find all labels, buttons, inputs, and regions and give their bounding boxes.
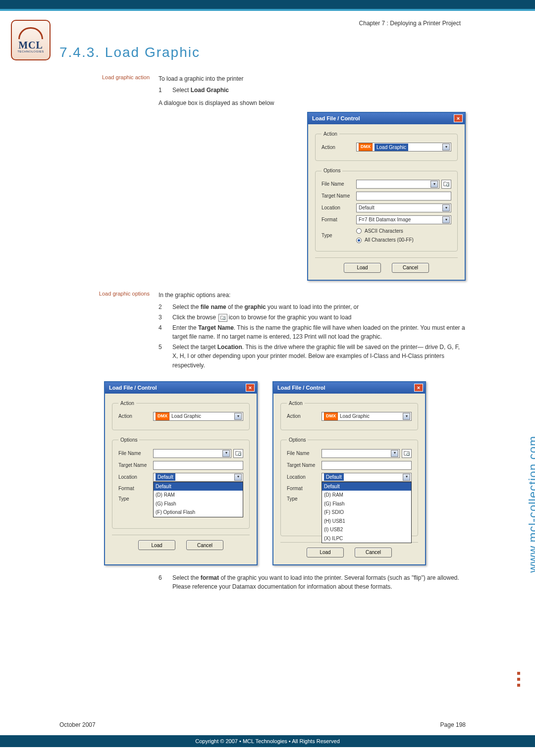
- footer-page: Page 198: [440, 721, 466, 728]
- label-action: Action: [321, 144, 356, 151]
- list-item[interactable]: Default: [154, 482, 243, 491]
- svg-line-1: [448, 186, 449, 187]
- close-icon[interactable]: ×: [454, 114, 463, 122]
- label-target-name: Target Name: [321, 192, 356, 200]
- label-type: Type: [321, 232, 356, 240]
- close-icon[interactable]: ×: [246, 384, 255, 392]
- list-item[interactable]: (F) Optional Flash: [154, 508, 243, 517]
- radio-ascii[interactable]: [356, 228, 362, 234]
- cancel-button[interactable]: Cancel: [392, 263, 429, 273]
- legend-options: Options: [321, 167, 342, 175]
- chevron-down-icon[interactable]: ▾: [442, 216, 450, 223]
- dialog-title: Load File / Control: [109, 384, 157, 392]
- radio-label-all: All Characters (00-FF): [365, 236, 414, 244]
- breadcrumb: Chapter 7 : Deploying a Printer Project: [59, 20, 466, 27]
- location-dropdown-list[interactable]: Default (D) RAM (G) Flash (F) Optional F…: [153, 482, 243, 517]
- format-select[interactable]: F=7 Bit Datamax Image▾: [356, 215, 451, 224]
- logo: MCL TECHNOLOGIES: [11, 20, 51, 60]
- step-4: 4 Enter the Target Name. This is the nam…: [159, 323, 466, 342]
- location-dropdown-list[interactable]: Default (D) RAM (G) Flash (F) SDIO (H) U…: [321, 482, 412, 544]
- browse-icon[interactable]: [233, 449, 243, 458]
- label-format: Format: [321, 216, 356, 224]
- target-name-field[interactable]: [153, 461, 243, 470]
- side-dots: [517, 672, 520, 687]
- step-6: 6 Select the format of the graphic you w…: [159, 573, 466, 592]
- cancel-button[interactable]: Cancel: [186, 540, 223, 550]
- close-icon[interactable]: ×: [414, 384, 423, 392]
- load-button[interactable]: Load: [138, 540, 175, 550]
- svg-line-7: [409, 455, 410, 456]
- action-select[interactable]: DMXLoad Graphic ▾: [356, 143, 451, 151]
- chevron-down-icon[interactable]: ▾: [234, 413, 242, 420]
- list-item[interactable]: (I) USB2: [322, 525, 411, 534]
- step-3: 3 Click the browse icon to browse for th…: [159, 313, 466, 322]
- chevron-down-icon[interactable]: ▾: [403, 474, 410, 481]
- list-item[interactable]: (F) SDIO: [322, 508, 411, 517]
- label-file-name: File Name: [321, 180, 356, 188]
- file-name-select[interactable]: ▾: [356, 180, 439, 189]
- load-button[interactable]: Load: [344, 263, 381, 273]
- step-1: 1 Select Load Graphic: [159, 86, 466, 95]
- radio-label-ascii: ASCII Characters: [365, 227, 403, 235]
- legend-action: Action: [321, 130, 339, 138]
- dialog-intro: A dialogue box is displayed as shown bel…: [159, 99, 466, 108]
- chevron-down-icon[interactable]: ▾: [234, 474, 242, 481]
- logo-text: MCL: [18, 40, 43, 50]
- chevron-down-icon[interactable]: ▾: [403, 413, 410, 420]
- logo-sub: TECHNOLOGIES: [17, 50, 44, 53]
- list-item[interactable]: (G) Flash: [154, 500, 243, 508]
- target-name-field[interactable]: [356, 192, 451, 201]
- list-item[interactable]: (X) ILPC: [322, 534, 411, 543]
- dmx-badge: DMX: [359, 143, 373, 151]
- list-item[interactable]: (G) Flash: [322, 500, 411, 508]
- side-url: www.mcl-collection.com: [526, 436, 535, 573]
- action-select[interactable]: DMXLoad Graphic ▾: [153, 412, 243, 421]
- step-num: 1: [159, 86, 172, 95]
- chevron-down-icon[interactable]: ▾: [391, 450, 398, 457]
- divider: [315, 257, 458, 258]
- svg-line-5: [240, 455, 241, 456]
- dialog-load-file-iclass: Load File / Control × Action Action DMXL…: [104, 381, 258, 565]
- section-label-action: Load graphic action: [59, 74, 159, 281]
- list-item[interactable]: (D) RAM: [322, 491, 411, 500]
- footer-date: October 2007: [59, 721, 96, 728]
- logo-arc: [18, 27, 43, 39]
- top-bar: [0, 0, 535, 9]
- label-location: Location: [321, 204, 356, 212]
- file-name-select[interactable]: ▾: [321, 449, 400, 458]
- svg-line-3: [225, 319, 226, 320]
- fieldset-options: Options File Name ▾ Target Name: [315, 167, 458, 252]
- options-intro: In the graphic options area:: [159, 291, 466, 300]
- chevron-down-icon[interactable]: ▾: [430, 181, 438, 188]
- step-5: 5 Select the target Location. This is th…: [159, 343, 466, 370]
- target-name-field[interactable]: [321, 461, 412, 470]
- radio-all-chars[interactable]: [356, 238, 362, 243]
- top-accent: [0, 9, 535, 11]
- page-title: 7.4.3. Load Graphic: [59, 45, 466, 60]
- browse-icon[interactable]: [402, 449, 412, 458]
- dialog-title: Load File / Control: [277, 384, 325, 392]
- browse-icon[interactable]: [441, 180, 451, 189]
- chevron-down-icon[interactable]: ▾: [222, 450, 230, 457]
- dialog-load-file-hclass: Load File / Control × Action Action DMXL…: [272, 381, 426, 565]
- fieldset-action: Action Action DMXLoad Graphic ▾: [315, 130, 458, 161]
- copyright: Copyright © 2007 • MCL Technologies • Al…: [0, 735, 535, 747]
- dialog-load-file-main: Load File / Control × Action Action DMXL…: [307, 112, 466, 281]
- cancel-button[interactable]: Cancel: [355, 548, 392, 557]
- browse-icon: [218, 314, 227, 322]
- list-item[interactable]: (H) USB1: [322, 517, 411, 526]
- chevron-down-icon[interactable]: ▾: [442, 144, 450, 151]
- file-name-select[interactable]: ▾: [153, 449, 231, 458]
- location-select[interactable]: Default ▾ Default (D) RAM (G) Flash (F) …: [153, 473, 243, 482]
- intro-line: To load a graphic into the printer: [159, 74, 466, 84]
- chevron-down-icon[interactable]: ▾: [442, 204, 450, 211]
- list-item[interactable]: Default: [322, 482, 411, 491]
- load-button[interactable]: Load: [307, 548, 344, 557]
- list-item[interactable]: (D) RAM: [154, 491, 243, 500]
- location-select[interactable]: Default▾: [356, 203, 451, 212]
- dialog-title: Load File / Control: [312, 114, 360, 123]
- step-2: 2 Select the file name of the graphic yo…: [159, 302, 466, 312]
- location-select[interactable]: Default ▾ Default (D) RAM (G) Flash (F) …: [321, 473, 412, 482]
- section-label-options: Load graphic options: [59, 291, 159, 371]
- action-select[interactable]: DMXLoad Graphic ▾: [321, 412, 412, 421]
